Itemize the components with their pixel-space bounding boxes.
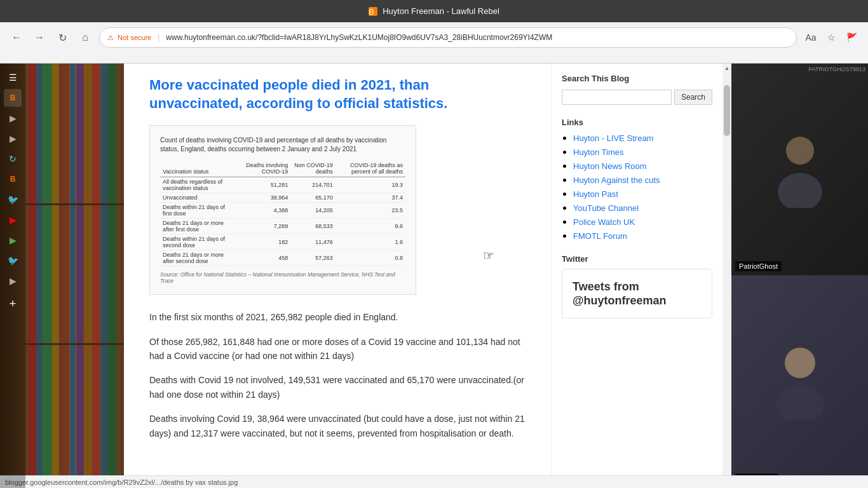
left-sidebar: ☰ B ▶ ▶ ↻ B 🐦 ▶ ▶ 🐦 ▶ + xyxy=(0,64,124,488)
scrollbar-thumb[interactable] xyxy=(724,85,730,136)
links-title: Links xyxy=(562,118,712,127)
link-news-room[interactable]: Huyton News Room xyxy=(573,161,647,171)
play-icon-1[interactable]: ▶ xyxy=(4,109,22,127)
table-row: Deaths within 21 days of first dose 4,38… xyxy=(160,203,405,219)
cell-status: Deaths 21 days or more after first dose xyxy=(160,219,238,234)
cell-noncovid: 14,205 xyxy=(290,203,336,219)
cursor: ☞ xyxy=(483,248,494,263)
nav-actions: Aa ☆ 🚩 xyxy=(802,29,860,46)
table-caption: Count of deaths involving COVID-19 and p… xyxy=(160,136,405,154)
table-row: All deaths regardless of vaccination sta… xyxy=(160,177,405,193)
cell-noncovid: 11,476 xyxy=(290,234,336,250)
play-icon-4[interactable]: ▶ xyxy=(4,272,22,290)
stats-table-container: Count of deaths involving COVID-19 and p… xyxy=(149,125,416,295)
paragraph-3: Deaths with Covid 19 not involved, 149,5… xyxy=(149,373,526,402)
link-fmotl[interactable]: FMOTL Forum xyxy=(573,231,627,241)
cell-pct: 37.4 xyxy=(336,193,405,203)
link-against-cuts[interactable]: Huyton Against the cuts xyxy=(573,175,660,185)
cell-status: Deaths within 21 days of second dose xyxy=(160,234,238,250)
forward-button[interactable]: → xyxy=(31,29,48,46)
cell-pct: 19.3 xyxy=(336,177,405,193)
svg-point-0 xyxy=(786,137,814,165)
twitter-widget: Tweets from @huytonfreeman xyxy=(562,269,712,318)
play-icon-3[interactable]: ▶ xyxy=(4,231,22,249)
security-icon: ⚠ xyxy=(107,34,114,42)
col-header-covid-deaths: Deaths involving COVID-19 xyxy=(238,160,290,177)
stats-table: Vaccination status Deaths involving COVI… xyxy=(160,160,405,266)
youtube-sidebar-icon[interactable]: ▶ xyxy=(4,211,22,229)
links-list: Huyton - LIVE Stream Huyton Times Huyton… xyxy=(562,132,712,241)
col-header-percent: COVID-19 deaths as percent of all deaths xyxy=(336,160,405,177)
address-bar[interactable]: ⚠ Not secure | www.huytonfreeman.co.uk/?… xyxy=(99,27,797,48)
cell-status: All deaths regardless of vaccination sta… xyxy=(160,177,238,193)
video-bg-top xyxy=(731,64,868,275)
menu-icon[interactable]: ☰ xyxy=(4,69,22,86)
link-youtube[interactable]: YouTube Channel xyxy=(573,203,639,213)
reload-button[interactable]: ↻ xyxy=(53,29,71,46)
cell-pct: 23.5 xyxy=(336,203,405,219)
cell-covid: 182 xyxy=(238,234,290,250)
url-text: www.huytonfreeman.co.uk/?fbclid=IwAR18J8… xyxy=(166,33,789,42)
video-label-top: PatriotGhost xyxy=(735,261,782,271)
cell-noncovid: 214,701 xyxy=(290,177,336,193)
translate-button[interactable]: Aa xyxy=(802,29,820,46)
page-title: Huyton Freeman - Lawful Rebel xyxy=(383,6,499,16)
search-input[interactable] xyxy=(562,90,672,105)
cell-status: Unvaccinated xyxy=(160,193,238,203)
blogger-icon-2[interactable]: B xyxy=(4,170,22,188)
home-button[interactable]: ⌂ xyxy=(76,29,94,46)
paragraph-4: Deaths involving Covid 19, 38,964 were u… xyxy=(149,412,526,440)
cell-covid: 4,388 xyxy=(238,203,290,219)
link-past[interactable]: Huyton Past xyxy=(573,189,618,199)
svg-point-2 xyxy=(785,348,815,378)
cell-pct: 9.6 xyxy=(336,219,405,234)
nav-bar: ← → ↻ ⌂ ⚠ Not secure | www.huytonfreeman… xyxy=(0,22,868,53)
search-button[interactable]: Search xyxy=(674,90,712,105)
play-icon-2[interactable]: ▶ xyxy=(4,130,22,147)
table-row: Deaths 21 days or more after second dose… xyxy=(160,250,405,266)
status-text: blogger.googleusercontent.com/img/b/R29v… xyxy=(5,478,238,486)
list-item: Huyton - LIVE Stream xyxy=(573,132,712,144)
browser-chrome: B Huyton Freeman - Lawful Rebel ← → ↻ ⌂ … xyxy=(0,0,868,64)
add-sidebar-button[interactable]: + xyxy=(4,295,22,313)
title-bar: B Huyton Freeman - Lawful Rebel xyxy=(0,0,868,22)
table-row: Deaths 21 days or more after first dose … xyxy=(160,219,405,234)
link-live-stream[interactable]: Huyton - LIVE Stream xyxy=(573,133,653,143)
back-button[interactable]: ← xyxy=(8,29,25,46)
twitter-sidebar-icon-2[interactable]: 🐦 xyxy=(4,252,22,269)
table-source: Source: Office for National Statistics –… xyxy=(160,271,405,284)
cell-noncovid: 57,263 xyxy=(290,250,336,266)
cell-covid: 51,281 xyxy=(238,177,290,193)
paragraph-1: In the first six months of 2021, 265,982… xyxy=(149,310,526,324)
link-times[interactable]: Huyton Times xyxy=(573,147,623,157)
svg-point-3 xyxy=(776,385,824,420)
video-panel-bottom: Patriot E.D. xyxy=(731,276,868,488)
twitter-section-title: Twitter xyxy=(562,254,712,264)
cell-status: Deaths 21 days or more after second dose xyxy=(160,250,238,266)
link-police-watch[interactable]: Police Watch UK xyxy=(573,217,635,227)
cell-noncovid: 65,170 xyxy=(290,193,336,203)
favorites-button[interactable]: ☆ xyxy=(822,29,840,46)
list-item: Huyton Times xyxy=(573,146,712,158)
list-item: Huyton News Room xyxy=(573,160,712,172)
right-sidebar: Search This Blog Search Links Huyton - L… xyxy=(551,64,722,488)
cell-covid: 7,289 xyxy=(238,219,290,234)
twitter-sidebar-icon[interactable]: 🐦 xyxy=(4,191,22,208)
cell-covid: 458 xyxy=(238,250,290,266)
list-item: Huyton Past xyxy=(573,188,712,200)
article-body: In the first six months of 2021, 265,982… xyxy=(149,310,526,440)
search-blog-title: Search This Blog xyxy=(562,74,712,83)
twitter-widget-handle: @huytonfreeman xyxy=(573,294,702,308)
scroll-up-button[interactable]: ▲ xyxy=(722,64,731,72)
refresh-icon[interactable]: ↻ xyxy=(4,150,22,168)
status-bar: blogger.googleusercontent.com/img/b/R29v… xyxy=(0,475,868,488)
blogger-icon[interactable]: B xyxy=(4,89,22,107)
twitter-widget-title: Tweets from xyxy=(573,280,702,294)
flag-button[interactable]: 🚩 xyxy=(843,29,860,46)
cell-pct: 1.6 xyxy=(336,234,405,250)
table-row: Unvaccinated 38,964 65,170 37.4 xyxy=(160,193,405,203)
cell-pct: 0.8 xyxy=(336,250,405,266)
security-label: Not secure xyxy=(118,34,151,41)
svg-point-1 xyxy=(778,173,822,208)
scrollbar[interactable]: ▲ ▼ xyxy=(722,64,731,488)
